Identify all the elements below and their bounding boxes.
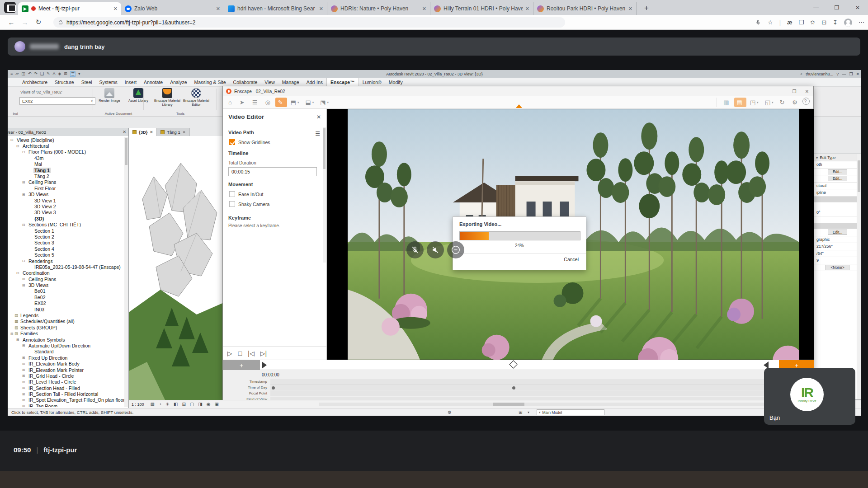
tree-item[interactable]: ⊞ Fixed Up Direction	[8, 355, 128, 361]
home-icon[interactable]: ⌂	[226, 98, 236, 107]
settings-gear-icon[interactable]: ⚙	[789, 98, 802, 107]
minimize-overlay-button[interactable]	[447, 241, 464, 258]
shaky-camera-checkbox[interactable]	[229, 201, 235, 207]
ribbon-tab[interactable]: Structure	[51, 78, 78, 86]
browser-tab[interactable]: hdri haven - Microsoft Bing Sear ✕	[224, 2, 327, 15]
tab-actions-icon[interactable]	[4, 2, 16, 13]
tree-item[interactable]: ⊞ IR_Grid Head - Circle	[8, 373, 128, 379]
expand-icon[interactable]: ⊞	[21, 277, 26, 281]
tree-item[interactable]: ▤ Legends	[8, 312, 128, 318]
ribbon-tab[interactable]: Lumion®	[359, 78, 385, 86]
expand-icon[interactable]: ⊟	[21, 283, 26, 287]
video-editor-icon[interactable]: ✎	[275, 98, 287, 107]
tab-close-icon[interactable]: ✕	[628, 6, 632, 12]
expand-icon[interactable]: ⊟	[21, 180, 26, 184]
project-browser-scrollbar[interactable]	[124, 137, 128, 407]
tree-item[interactable]: ⊟ Renderings	[8, 258, 128, 264]
revit-3d-canvas[interactable]	[129, 136, 222, 400]
skip-start-icon[interactable]: |◁	[248, 350, 254, 357]
profile-avatar[interactable]	[844, 19, 852, 27]
ribbon-button[interactable]: Asset Library	[125, 88, 152, 107]
expand-icon[interactable]: ⊞	[21, 374, 26, 378]
video-editor-close-icon[interactable]: ✕	[316, 114, 321, 120]
atmosphere-icon[interactable]: ◳▾	[747, 98, 761, 107]
help-icon[interactable]: ?	[802, 98, 810, 105]
worksets-icon[interactable]: ⚙	[448, 410, 452, 415]
properties-scrollbar[interactable]	[857, 154, 861, 399]
enscape-restore-icon[interactable]: ❐	[788, 89, 801, 94]
revit-minimize-icon[interactable]: —	[842, 72, 846, 76]
tree-item[interactable]: Section 4	[8, 246, 128, 252]
ribbon-tab[interactable]: Modify	[385, 78, 406, 86]
tree-item[interactable]: ⊞ IR_Section Tail - Filled Horizontal	[8, 391, 128, 397]
tree-item[interactable]: ⊟ 3D Views	[8, 282, 128, 288]
export-icon[interactable]: ⬔▾	[317, 98, 331, 107]
show-gridlines-checkbox[interactable]	[229, 139, 235, 145]
tree-item[interactable]: ▧ Sheets (GROUP)	[8, 324, 128, 330]
video-path-menu-icon[interactable]: ☰	[315, 131, 320, 137]
detail-level-icon[interactable]: ▦	[151, 402, 155, 407]
add-keyframe-left-button[interactable]: +	[223, 360, 260, 371]
cancel-button[interactable]: Cancel	[564, 257, 579, 262]
panorama-icon[interactable]: ⬓▾	[302, 98, 316, 107]
tree-item[interactable]: ⊟ Ceiling Plans	[8, 179, 128, 185]
tree-item[interactable]: ⊞ IR_Elevation Mark Pointer	[8, 367, 128, 373]
design-options-icon[interactable]: ⊞	[519, 410, 522, 415]
sync-icon[interactable]: ↻	[777, 98, 788, 107]
view-tab[interactable]: {3D} ✕	[129, 128, 157, 136]
tree-item[interactable]: IRE05a_2021-05-19-08-54-47 (Enscape)	[8, 264, 128, 270]
tab-close-icon[interactable]: ✕	[525, 6, 529, 12]
expand-icon[interactable]: ⊞	[21, 380, 26, 384]
window-minimize-button[interactable]: —	[806, 0, 826, 15]
expand-caret-icon[interactable]	[516, 104, 522, 108]
ribbon-button[interactable]: Enscape Material Editor	[183, 88, 210, 107]
property-row[interactable]: Edit...	[814, 229, 861, 236]
focal-point-track[interactable]	[270, 391, 811, 396]
help-menu-icon[interactable]: ?	[836, 72, 839, 76]
property-row[interactable]: 217/256"	[814, 243, 861, 250]
tree-item[interactable]: ⊟ Views (Discipline)	[8, 137, 128, 143]
expand-icon[interactable]: ⊟	[21, 150, 26, 154]
property-row[interactable]: 9	[814, 257, 861, 264]
extensions-icon[interactable]: ❒	[799, 19, 804, 26]
tab-close-icon[interactable]: ✕	[113, 6, 118, 12]
tree-item[interactable]: Mai	[8, 161, 128, 167]
address-bar[interactable]: https://meet.google.com/ftj-tzpi-pur?pli…	[53, 17, 565, 28]
ribbon-tab[interactable]: Systems	[96, 78, 121, 86]
expand-icon[interactable]: ⊞	[21, 368, 26, 372]
shadows-icon[interactable]: ◧	[174, 402, 178, 407]
tree-item[interactable]: EX02	[8, 300, 128, 306]
tree-item[interactable]: ⊞ IR_Tag Room	[8, 403, 128, 407]
expand-icon[interactable]: ⊟	[21, 259, 26, 263]
ribbon-tab[interactable]: Enscape™	[326, 78, 359, 86]
tab-close-icon[interactable]: ✕	[319, 6, 323, 12]
canvas-hscrollbar[interactable]	[319, 403, 834, 406]
tree-item[interactable]: Be01	[8, 288, 128, 294]
property-row[interactable]	[814, 197, 861, 202]
tree-item[interactable]: 3D View 2	[8, 203, 128, 209]
total-duration-input[interactable]: 00:00:15	[228, 167, 317, 176]
ribbon-tab[interactable]: Collaborate	[230, 78, 261, 86]
time-of-day-track[interactable]	[270, 385, 811, 390]
tree-item[interactable]: ⊟ Architectural	[8, 143, 128, 149]
tree-item[interactable]: Be02	[8, 294, 128, 300]
window-close-button[interactable]: ✕	[847, 0, 868, 15]
tree-item[interactable]: Section 1	[8, 228, 128, 234]
expand-icon[interactable]: ⊟	[21, 343, 26, 347]
expand-icon[interactable]: ⊞	[21, 386, 26, 390]
property-row[interactable]: 0°	[814, 209, 861, 216]
ribbon-button[interactable]: Render Image	[96, 88, 123, 107]
tab-close-icon[interactable]: ✕	[216, 6, 220, 12]
tree-item[interactable]: ⊟ Sections (MC_CHI TIẾT)	[8, 221, 128, 227]
ribbon-tab[interactable]: Massing & Site	[191, 78, 230, 86]
tree-item[interactable]: ⊟ ▨ Families	[8, 331, 128, 337]
window-restore-button[interactable]: ❐	[826, 0, 847, 15]
tree-item[interactable]: Standard	[8, 349, 128, 355]
view-scale-button[interactable]: 1 : 100	[132, 402, 144, 407]
tree-item[interactable]: ⊞ IR_Section Head - Filled	[8, 385, 128, 391]
ribbon-tab[interactable]: Insert	[121, 78, 140, 86]
keyframe-dot[interactable]	[512, 386, 515, 389]
tree-item[interactable]: 3D View 1	[8, 197, 128, 203]
browser-tab[interactable]: Zalo Web ✕	[121, 2, 224, 15]
favorites-icon[interactable]: ✩	[810, 19, 815, 26]
